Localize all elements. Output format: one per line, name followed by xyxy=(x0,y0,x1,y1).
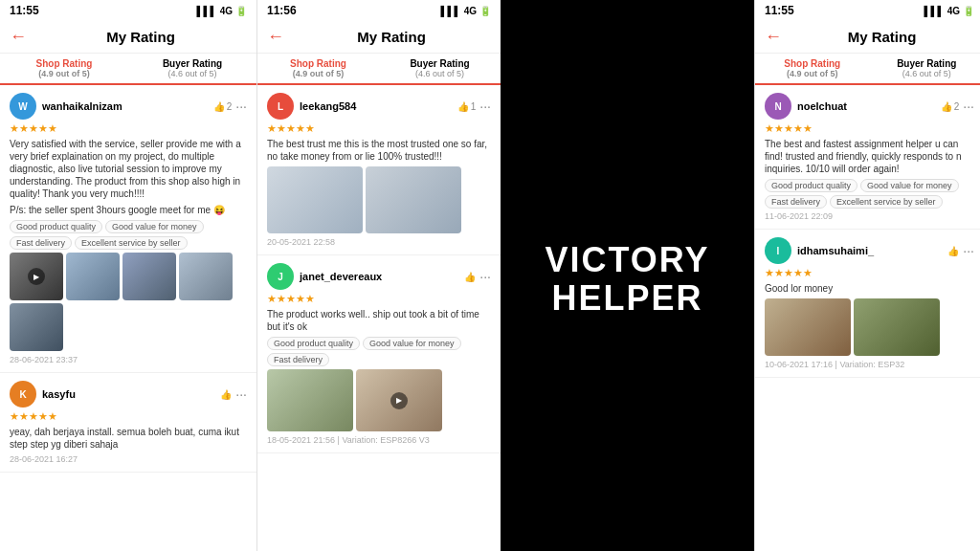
review-header: W wanhaikalnizam 👍 2 ··· xyxy=(10,93,247,120)
review-header: L leekang584 👍 1 ··· xyxy=(267,93,491,120)
tab-buyer-sub-left: (4.6 out of 5) xyxy=(131,69,254,78)
review-list-left: W wanhaikalnizam 👍 2 ··· ★★★★★ Very sati… xyxy=(0,85,256,551)
panel-center-left: 11:56 ▌▌▌ 4G 🔋 ← My Rating Shop Rating (… xyxy=(256,0,501,551)
signal-icon-left: ▌▌▌ xyxy=(196,6,216,16)
thumb-product2[interactable] xyxy=(854,298,940,356)
stars: ★★★★★ xyxy=(267,293,491,305)
network-cl: 4G xyxy=(464,6,477,16)
panel-banner: VICTORY HELPER xyxy=(501,0,754,551)
reviewer-name: noelchuat xyxy=(797,100,941,112)
status-icons-left: ▌▌▌ 4G 🔋 xyxy=(196,6,247,16)
back-arrow-cl[interactable]: ← xyxy=(267,27,284,47)
review-list-cl: L leekang584 👍 1 ··· ★★★★★ The best trus… xyxy=(257,85,501,551)
tab-buyer-cr[interactable]: Buyer Rating (4.6 out of 5) xyxy=(870,54,981,83)
tag: Good value for money xyxy=(860,179,959,192)
title-cl: My Rating xyxy=(292,29,491,45)
status-bar-cr: 11:55 ▌▌▌ 4G 🔋 xyxy=(755,0,980,21)
review-text: The best and fastest assignment helper u… xyxy=(765,138,974,175)
thumb-doc2[interactable] xyxy=(366,166,461,233)
tabs-left: Shop Rating (4.9 out of 5) Buyer Rating … xyxy=(0,54,256,85)
review-text: The best trust me this is the most trust… xyxy=(267,138,491,163)
thumb-grid: ▶ xyxy=(10,253,247,351)
play-icon: ▶ xyxy=(28,268,45,285)
tags: Good product quality Good value for mone… xyxy=(267,337,491,366)
header-left: ← My Rating xyxy=(0,21,256,54)
thumb-video[interactable]: ▶ xyxy=(10,253,63,300)
time-cl: 11:56 xyxy=(267,4,297,17)
thumb-grid xyxy=(765,298,974,356)
status-bar-left: 11:55 ▌▌▌ 4G 🔋 xyxy=(0,0,256,21)
tabs-cl: Shop Rating (4.9 out of 5) Buyer Rating … xyxy=(257,54,501,85)
stars: ★★★★★ xyxy=(765,122,974,135)
thumb-img[interactable] xyxy=(122,253,176,300)
thumb-img[interactable] xyxy=(179,253,233,300)
reviewer-name: janet_devereaux xyxy=(300,271,464,282)
battery-cl: 🔋 xyxy=(479,6,491,16)
avatar: L xyxy=(267,93,294,120)
status-bar-cl: 11:56 ▌▌▌ 4G 🔋 xyxy=(257,0,501,21)
status-bar-banner xyxy=(501,0,754,8)
avatar: J xyxy=(267,263,294,290)
tab-buyer-cl[interactable]: Buyer Rating (4.6 out of 5) xyxy=(379,54,501,83)
reviewer-name: kasyfu xyxy=(42,388,220,400)
tags: Good product quality Good value for mone… xyxy=(10,220,247,250)
like-button[interactable]: 👍 1 xyxy=(457,101,477,112)
tab-buyer-label-left: Buyer Rating xyxy=(131,58,254,69)
like-button[interactable]: 👍 2 xyxy=(941,101,960,112)
header-cr: ← My Rating xyxy=(755,21,980,54)
more-button[interactable]: ··· xyxy=(479,269,491,284)
thumb-product[interactable] xyxy=(765,298,851,356)
review-date: 28-06-2021 23:37 xyxy=(10,355,247,364)
back-arrow-cr[interactable]: ← xyxy=(765,27,782,47)
tab-shop-label-left: Shop Rating xyxy=(3,58,125,69)
time-left: 11:55 xyxy=(10,4,39,17)
like-button[interactable]: 👍 xyxy=(220,389,232,400)
avatar: I xyxy=(765,237,791,264)
avatar: K xyxy=(10,381,36,408)
reviewer-name: idhamsuhaimi_ xyxy=(797,245,947,256)
more-button[interactable]: ··· xyxy=(235,99,247,114)
more-button[interactable]: ··· xyxy=(963,243,974,258)
title-left: My Rating xyxy=(34,29,247,45)
stars: ★★★★★ xyxy=(267,122,491,135)
tag: Fast delivery xyxy=(10,236,72,250)
thumb-product[interactable] xyxy=(267,369,353,431)
back-arrow-left[interactable]: ← xyxy=(10,27,27,47)
thumb-img[interactable] xyxy=(66,253,120,300)
review-text: Very satisfied with the service, seller … xyxy=(10,138,247,200)
tag: Good value for money xyxy=(363,337,461,350)
tag: Good product quality xyxy=(765,179,858,192)
tags: Good product quality Good value for mone… xyxy=(765,179,974,209)
tag: Good product quality xyxy=(10,220,102,233)
tab-shop-cr[interactable]: Shop Rating (4.9 out of 5) xyxy=(755,54,870,85)
thumb-grid xyxy=(267,166,491,233)
review-date: 20-05-2021 22:58 xyxy=(267,237,491,247)
header-cl: ← My Rating xyxy=(257,21,501,54)
banner-content: VICTORY HELPER xyxy=(501,8,754,551)
review-date: 11-06-2021 22:09 xyxy=(765,211,974,221)
more-button[interactable]: ··· xyxy=(479,99,491,114)
review-item: I idhamsuhaimi_ 👍 ··· ★★★★★ Good lor mon… xyxy=(755,230,980,378)
more-button[interactable]: ··· xyxy=(963,99,974,114)
avatar: W xyxy=(10,93,36,120)
tab-buyer-rating-left[interactable]: Buyer Rating (4.6 out of 5) xyxy=(128,54,256,83)
review-item: J janet_devereaux 👍 ··· ★★★★★ The produc… xyxy=(257,255,501,453)
reviewer-name: wanhaikalnizam xyxy=(42,100,213,112)
tag: Fast delivery xyxy=(765,195,827,209)
like-button[interactable]: 👍 2 xyxy=(213,101,233,112)
tag: Excellent service by seller xyxy=(830,195,943,209)
review-text-2: P/s: the seller spent 3hours google meet… xyxy=(10,204,247,216)
like-button[interactable]: 👍 xyxy=(464,272,476,282)
thumb-img[interactable] xyxy=(10,303,63,351)
thumb-doc[interactable] xyxy=(267,166,363,233)
review-item: N noelchuat 👍 2 ··· ★★★★★ The best and f… xyxy=(755,85,980,230)
network-left: 4G xyxy=(220,6,233,16)
tab-shop-rating-left[interactable]: Shop Rating (4.9 out of 5) xyxy=(0,54,128,85)
review-item: W wanhaikalnizam 👍 2 ··· ★★★★★ Very sati… xyxy=(0,85,256,373)
like-button[interactable]: 👍 xyxy=(947,246,959,256)
network-cr: 4G xyxy=(947,6,960,16)
more-button[interactable]: ··· xyxy=(235,386,247,402)
tab-shop-cl[interactable]: Shop Rating (4.9 out of 5) xyxy=(257,54,379,85)
stars: ★★★★★ xyxy=(765,267,974,279)
thumb-product2[interactable]: ▶ xyxy=(356,369,442,431)
